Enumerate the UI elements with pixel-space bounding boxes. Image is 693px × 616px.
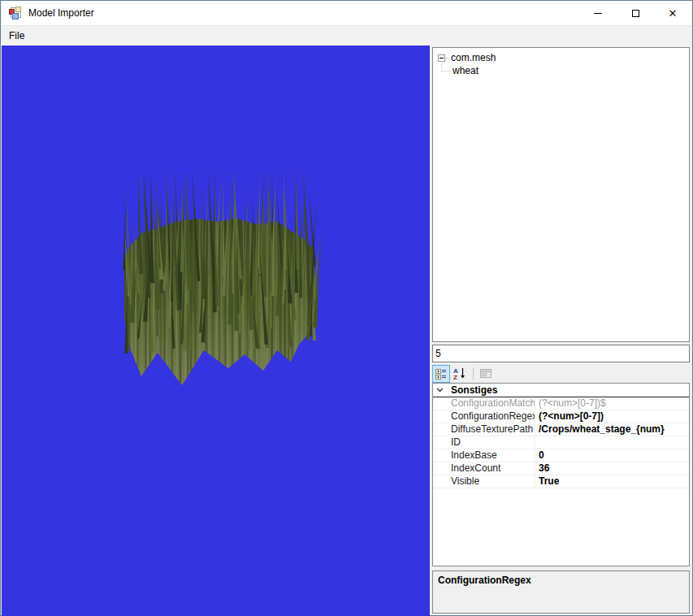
property-name[interactable]: ID xyxy=(433,436,535,449)
property-row-indexbase[interactable]: IndexBase 0 xyxy=(433,449,689,462)
property-name[interactable]: IndexBase xyxy=(433,449,535,462)
property-name[interactable]: DiffuseTexturePath xyxy=(433,423,535,436)
category-label: Sonstiges xyxy=(446,384,497,396)
property-row-configurationmatch[interactable]: ConfigurationMatch (?<num>[0-7])$ xyxy=(433,397,689,410)
alphabetical-sort-icon: A Z xyxy=(453,367,466,380)
property-value[interactable]: 36 xyxy=(535,462,689,475)
titlebar: Model Importer ✕ xyxy=(2,1,691,25)
property-grid[interactable]: Sonstiges ConfigurationMatch (?<num>[0-7… xyxy=(432,383,690,566)
category-collapse-icon[interactable] xyxy=(436,388,444,393)
property-value[interactable] xyxy=(535,436,689,449)
close-button[interactable]: ✕ xyxy=(654,1,691,25)
property-row-configurationregex[interactable]: ConfigurationRegex (?<num>[0-7]) xyxy=(433,410,689,423)
3d-viewport[interactable] xyxy=(2,46,430,616)
categorized-icon xyxy=(435,368,447,380)
property-row-indexcount[interactable]: IndexCount 36 xyxy=(433,462,689,475)
property-name[interactable]: IndexCount xyxy=(433,462,535,475)
tree-node-wheat[interactable]: wheat xyxy=(441,65,480,76)
property-value[interactable]: True xyxy=(535,475,689,488)
categorized-button[interactable] xyxy=(432,365,450,383)
app-window: Model Importer ✕ File com.mesh wheat xyxy=(0,0,693,616)
help-title: ConfigurationRegex xyxy=(438,575,684,586)
menu-file[interactable]: File xyxy=(2,28,32,45)
property-value: (?<num>[0-7])$ xyxy=(535,397,689,410)
window-title: Model Importer xyxy=(28,7,94,19)
model-treeview[interactable]: com.mesh wheat xyxy=(432,47,690,342)
wheat-model-render xyxy=(2,46,430,616)
property-value[interactable]: (?<num>[0-7]) xyxy=(535,410,689,423)
tree-node-label[interactable]: wheat xyxy=(451,65,480,76)
toolbar-separator xyxy=(473,367,474,380)
tree-node-label[interactable]: com.mesh xyxy=(449,52,497,63)
property-pages-icon xyxy=(480,368,492,379)
right-panel: com.mesh wheat xyxy=(430,46,691,614)
property-name[interactable]: ConfigurationMatch xyxy=(433,397,535,410)
property-help-panel: ConfigurationRegex xyxy=(432,570,690,614)
property-value[interactable]: 0 xyxy=(535,449,689,462)
maximize-button[interactable] xyxy=(617,1,654,25)
tree-connector xyxy=(441,71,451,72)
stage-input[interactable] xyxy=(432,345,690,362)
menubar: File xyxy=(2,25,691,46)
property-name[interactable]: Visible xyxy=(433,475,535,488)
category-row-sonstiges[interactable]: Sonstiges xyxy=(433,384,689,397)
svg-text:Z: Z xyxy=(453,374,457,380)
minimize-icon xyxy=(594,13,602,14)
window-controls: ✕ xyxy=(579,1,691,25)
property-name[interactable]: ConfigurationRegex xyxy=(433,410,535,423)
tree-node-com-mesh[interactable]: com.mesh xyxy=(438,52,497,63)
maximize-icon xyxy=(632,10,639,17)
propertygrid-toolbar: A Z xyxy=(432,364,690,383)
app-icon xyxy=(9,7,22,20)
property-row-diffusetexturepath[interactable]: DiffuseTexturePath /Crops/wheat_stage_{n… xyxy=(433,423,689,436)
close-icon: ✕ xyxy=(669,8,678,19)
minimize-button[interactable] xyxy=(579,1,617,25)
property-row-id[interactable]: ID xyxy=(433,436,689,449)
property-value[interactable]: /Crops/wheat_stage_{num} xyxy=(535,423,689,436)
alphabetical-button[interactable]: A Z xyxy=(451,365,469,383)
property-pages-button xyxy=(477,365,495,383)
property-row-visible[interactable]: Visible True xyxy=(433,475,689,488)
